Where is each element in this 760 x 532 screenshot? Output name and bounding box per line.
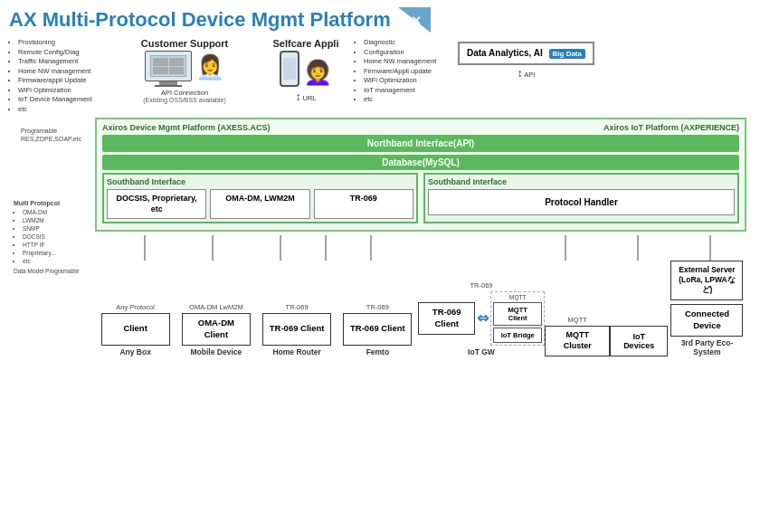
- customer-support-block: Customer Support 👩‍💼 API: [112, 38, 257, 103]
- device-iot-gw: TR-069 TR-069 Client ⇔ MQTT MQTT Client …: [418, 281, 545, 356]
- external-server-box: External Server (LoRa, LPWAなど): [670, 261, 743, 299]
- femto-protocol: TR-069: [366, 303, 389, 311]
- right-feature-list: Diagnostic Configuration Home NW managem…: [355, 38, 454, 105]
- selfcare-label: Selfcare Appli: [273, 38, 339, 49]
- big-data-badge: Big Data: [549, 49, 585, 59]
- svg-text:✕: ✕: [411, 14, 422, 28]
- url-label: URL: [303, 94, 317, 102]
- device-omadm: OMA-DM LwM2M OMA-DM Client Mobile Device: [176, 303, 256, 356]
- mqtt-above: MQTT: [493, 294, 542, 300]
- multi-protocol-label: Multi Protopcol OMA-DM LWM2M SNMP DOCSIS…: [14, 199, 91, 276]
- tr069-router-footer: Home Router: [272, 347, 320, 356]
- device-tr069-router: TR-069 TR-069 Client Home Router: [257, 303, 337, 356]
- page-title: AX Multi-Protocol Device Mgmt Platform: [9, 8, 391, 32]
- omadm-footer: Mobile Device: [191, 347, 242, 356]
- southband-right: Southband Interface Protocol Handler: [423, 173, 739, 223]
- device-client: Any Protocol Client Any Box: [95, 303, 176, 356]
- devices-section: Any Protocol Client Any Box OMA-DM LwM2M…: [95, 261, 746, 356]
- platform-title-right: Axiros IoT Platform (AXPERIENCE): [603, 123, 739, 132]
- selfcare-block: Selfcare Appli 👩‍🦱 ↕ URL: [261, 38, 351, 103]
- omadm-protocol: OMA-DM LwM2M: [189, 303, 243, 311]
- left-feature-list: Provisioning Remote Config/Diag Traffic …: [9, 38, 109, 114]
- docsis-box: DOCSIS, Proprietary, etc: [107, 189, 206, 219]
- iot-devices-area: IoT Devices: [610, 326, 668, 356]
- customer-support-label: Customer Support: [141, 38, 229, 49]
- tr069-gw-box: TR-069 Client: [418, 302, 475, 335]
- client-box: Client: [101, 313, 170, 346]
- protocol-handler-box: Protocol Handler: [428, 189, 735, 215]
- femto-box: TR-069 Client: [343, 313, 412, 346]
- tr069-router-box: TR-069 Client: [262, 313, 331, 346]
- connected-device-box: Connected Device: [670, 304, 743, 337]
- omadm-box: OMA-DM, LWM2M: [210, 189, 309, 219]
- mqtt-client-box: MQTT Client: [493, 302, 542, 326]
- tr069-box: TR-069: [314, 189, 413, 219]
- mqtt-cluster-box: MQTT Cluster: [545, 326, 610, 356]
- iot-gw-footer: IoT GW: [468, 347, 495, 356]
- api-connection-label: API Connection: [161, 89, 208, 97]
- client-protocol: Any Protocol: [116, 303, 155, 311]
- southband-left: Southband Interface DOCSIS, Proprietary,…: [102, 173, 418, 223]
- data-analytics-area: Data Analytics, AI Big Data ↕ API: [458, 38, 594, 80]
- database-bar: Database(MySQL): [102, 155, 739, 170]
- blue-arrow-icon: ⇔: [477, 309, 489, 327]
- connected-device-footer: 3rd Party Eco-System: [668, 338, 746, 356]
- iot-devices-box: IoT Devices: [610, 326, 668, 356]
- client-footer: Any Box: [119, 347, 150, 356]
- api-connection-sub: (Existing OSS/BSS available): [143, 97, 225, 103]
- northband-bar: Northband Interface(API): [102, 135, 739, 152]
- tr069-router-protocol: TR-069: [286, 303, 309, 311]
- omadm-box-dev: OMA-DM Client: [182, 313, 251, 346]
- ax-logo: ✕: [398, 7, 431, 33]
- iot-bridge-box: IoT Bridge: [493, 328, 542, 343]
- iot-gw-protocol: TR-069: [470, 281, 492, 290]
- mqtt-iot-cluster: MQTT MQTT Client IoT Bridge: [490, 291, 545, 346]
- mqtt-cluster-protocol: MQTT: [568, 316, 587, 324]
- southband-left-title: Southband Interface: [107, 177, 413, 186]
- api-label: API: [524, 71, 535, 79]
- connected-device-area: External Server (LoRa, LPWAなど) Connected…: [668, 261, 746, 356]
- programable-label: Programable RES,ZOPE,SOAP,etc: [21, 127, 91, 143]
- connector-lines: [95, 235, 746, 261]
- device-femto: TR-069 TR-069 Client Femto: [337, 303, 418, 356]
- mqtt-cluster-area: MQTT MQTT Cluster: [545, 316, 610, 356]
- platform-container: Axiros Device Mgmt Platform (AXESS.ACS) …: [95, 118, 746, 232]
- southband-right-title: Southband Interface: [428, 177, 735, 186]
- data-analytics-box: Data Analytics, AI Big Data: [458, 42, 594, 65]
- platform-title-left: Axiros Device Mgmt Platform (AXESS.ACS): [102, 123, 271, 132]
- femto-footer: Femto: [366, 347, 390, 356]
